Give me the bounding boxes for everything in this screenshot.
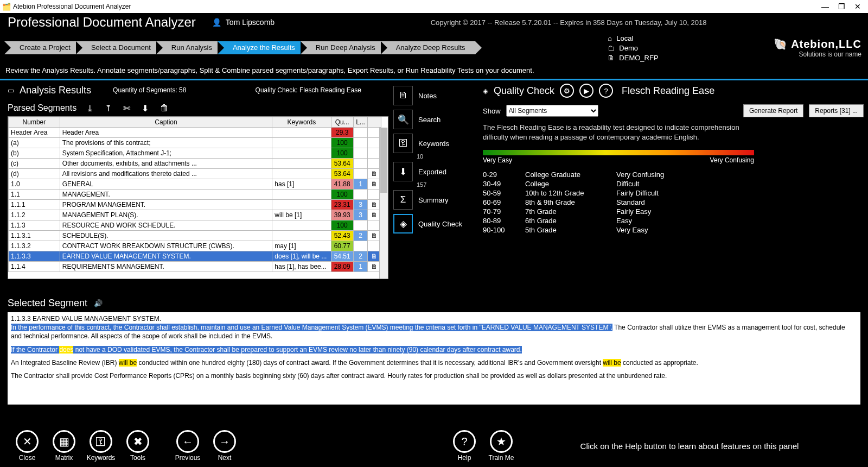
brand-logo: 🐚 Atebion,LLC [774,37,861,51]
brand-slogan: Solutions is our name [774,51,861,58]
show-select[interactable]: All Segments [506,105,598,117]
matrix-button[interactable]: ▦Matrix [47,430,81,462]
import-table-icon[interactable]: ⤒ [105,103,114,113]
ranges-table: 0-29College GraduateVery Confusing30-49C… [483,171,864,234]
col-keywords[interactable]: Keywords [272,117,331,128]
table-row[interactable]: 1.1.3.2CONTRACT WORK BREAKDOWN STRUCTURE… [9,241,381,251]
user-icon: 👤 [212,18,221,27]
col-notes[interactable] [368,117,381,128]
hint-bar: Review the Analysis Results. Annotate se… [0,64,868,80]
sidenav-search[interactable]: 🔍Search [392,108,477,131]
workflow-step[interactable]: Select a Document [76,41,161,54]
quantity-of-segments: Quantity of Segments: 58 [113,86,186,94]
next-button[interactable]: →Next [207,430,242,462]
previous-button[interactable]: ←Previous [170,430,205,462]
help-button[interactable]: ?Help [447,430,482,462]
parsed-segments-title: Parsed Segments [8,103,76,113]
analysis-results-panel: ▭ Analysis Results Quantity of Segments:… [0,80,388,293]
help-icon[interactable]: ? [599,84,613,98]
grid-scrollbar[interactable] [379,128,388,279]
table-row[interactable]: 1.1.3.3EARNED VALUE MANAGEMENT SYSTEM.do… [9,251,381,262]
context-path: ⌂Local 🗀Demo 🗎DEMO_RFP [608,34,658,62]
table-row[interactable]: 1.1.3RESOURCE AND WORK SCHEDULE.100 [9,220,381,231]
folder-icon: 🗀 [608,44,615,52]
bottom-message: Click on the Help button to learn about … [521,441,858,451]
table-row[interactable]: (c)Other documents, exhibits, and attach… [9,159,381,169]
copyright-text: Copyright © 2017 -- Release 5.7.20.01 --… [275,18,863,27]
workflow-step[interactable]: Analyze Deep Results [381,41,475,54]
gradient-confusing-label: Very Confusing [710,156,754,164]
table-row[interactable]: (b)System Specification, Attachment J-1;… [9,148,381,159]
app-title: Professional Document Analyzer [8,15,196,30]
qc-description: The Flesch Reading Ease is a readability… [483,123,754,142]
nav-row: Create a ProjectSelect a DocumentRun Ana… [0,31,868,64]
table-row[interactable]: 1.1.4REQUIREMENTS MANAGEMENT.has [1], ha… [9,262,381,272]
play-icon[interactable]: ▶ [579,84,593,98]
train-me-button[interactable]: ★Train Me [484,430,519,462]
diamond-icon: ◈ [483,87,488,95]
bottom-toolbar: ✕Close ▦Matrix ⚿Keywords ✖Tools ←Previou… [0,425,868,467]
quality-check-label: Quality Check: Flesch Reading Ease [256,86,361,94]
qc-name: Flesch Reading Ease [622,85,714,97]
selected-segment-text[interactable]: 1.1.3.3 EARNED VALUE MANAGEMENT SYSTEM. … [8,312,860,405]
table-row[interactable]: 1.1.2MANAGEMENT PLAN(S).will be [1]39.93… [9,210,381,220]
speaker-icon[interactable]: 🔊 [94,299,103,307]
window-title: Atebion Professional Document Analyzer [13,3,817,10]
col-number[interactable]: Number [9,117,60,128]
col-caption[interactable]: Caption [60,117,272,128]
sidenav-keywords[interactable]: ⚿Keywords [392,131,477,155]
analysis-results-icon: ▭ [8,86,14,94]
workflow-step[interactable]: Analyze the Results [218,41,305,54]
split-icon[interactable]: ✄ [123,103,133,113]
col-quality[interactable]: Qu... [331,117,353,128]
brand-block: 🐚 Atebion,LLC Solutions is our name [774,37,861,58]
table-row[interactable]: 1.1MANAGEMENT.100 [9,190,381,200]
sidenav-exported[interactable]: ⬇Exported [392,160,477,184]
user-name: Tom Lipscomb [226,18,275,27]
workflow-step[interactable]: Run Analysis [156,41,222,54]
table-row[interactable]: 1.0GENERALhas [1]41.881🗎 [9,179,381,190]
table-row[interactable]: 1.1.1PROGRAM MANAGEMENT.23.313🗎 [9,200,381,210]
table-row[interactable]: Header AreaHeader Area29.3 [9,128,381,138]
sidenav-quality-check[interactable]: ◈Quality Check [392,212,477,236]
selected-segment-title: Selected Segment [8,298,87,309]
table-row[interactable]: (a)The provisions of this contract;100 [9,138,381,148]
main-content: ▭ Analysis Results Quantity of Segments:… [0,80,868,293]
table-row[interactable]: 1.1.3.1SCHEDULE(S).52.432🗎 [9,231,381,241]
app-header: Professional Document Analyzer 👤 Tom Lip… [0,13,868,31]
sidenav-notes[interactable]: 🗎Notes [392,84,477,108]
gradient-easy-label: Very Easy [483,156,512,164]
minimize-button[interactable]: — [817,2,833,11]
user-info: 👤 Tom Lipscomb [212,18,275,27]
title-bar: 🗂️ Atebion Professional Document Analyze… [0,0,868,13]
workflow-steps: Create a ProjectSelect a DocumentRun Ana… [4,41,471,54]
show-label: Show [483,107,501,115]
quality-check-panel: ◈ Quality Check ⚙ ▶ ? Flesch Reading Eas… [481,80,868,293]
side-nav: 🗎Notes🔍Search⚿Keywords10⬇Exported157ΣSum… [388,80,481,293]
selected-segment-panel: Selected Segment 🔊 1.1.3.3 EARNED VALUE … [0,293,868,405]
analysis-results-title: Analysis Results [20,85,91,96]
gradient-bar [483,150,754,155]
segments-grid[interactable]: Number Caption Keywords Qu... L... Heade… [8,116,388,279]
delete-icon[interactable]: 🗑 [160,103,170,113]
settings-icon[interactable]: ⚙ [560,84,574,98]
workflow-step[interactable]: Run Deep Analysis [301,41,385,54]
sidenav-summary[interactable]: ΣSummary [392,188,477,212]
qc-title: Quality Check [494,85,554,97]
keywords-button[interactable]: ⚿Keywords [84,430,118,462]
document-icon: 🗎 [608,54,615,62]
app-icon: 🗂️ [2,3,11,11]
tools-button[interactable]: ✖Tools [120,430,155,462]
workflow-step[interactable]: Create a Project [4,41,80,54]
export-table-icon[interactable]: ⤓ [86,103,96,113]
table-row[interactable]: (d)All revisions and modifications there… [9,169,381,179]
reports-button[interactable]: Reports [31] ... [809,104,864,117]
close-button[interactable]: ✕Close [10,430,44,462]
download-icon[interactable]: ⬇ [142,103,151,113]
maximize-button[interactable]: ❐ [833,2,850,11]
close-window-button[interactable]: ✕ [850,2,866,11]
generate-report-button[interactable]: Generate Report [743,104,803,117]
home-icon: ⌂ [608,34,612,42]
col-links[interactable]: L... [353,117,367,128]
